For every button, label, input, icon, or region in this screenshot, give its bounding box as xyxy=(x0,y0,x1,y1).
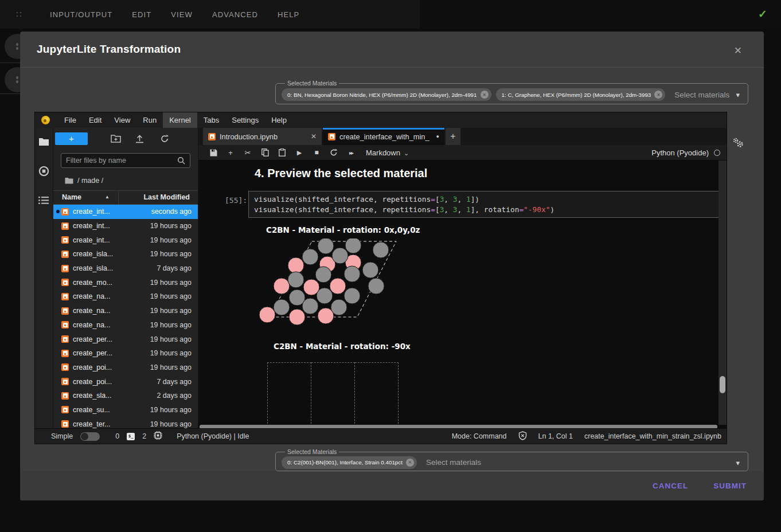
tab-label: Introduction.ipynb xyxy=(220,132,307,141)
cut-cells-icon[interactable]: ✂ xyxy=(243,148,252,157)
apps-grid-icon[interactable] xyxy=(15,10,24,19)
insert-cell-icon[interactable]: + xyxy=(226,148,235,157)
new-folder-icon[interactable] xyxy=(111,134,121,145)
file-browser-tab-icon[interactable] xyxy=(38,137,49,146)
notebook-tab[interactable]: create_interface_with_min_● xyxy=(323,128,444,145)
top-menu-item[interactable]: HELP xyxy=(278,10,299,19)
input-materials-select[interactable]: Selected Materials 0: BN, Hexagonal Boro… xyxy=(275,80,748,104)
settings-gears-icon[interactable] xyxy=(732,137,744,151)
file-row[interactable]: create_per...19 hours ago xyxy=(53,332,198,346)
file-filter-input[interactable] xyxy=(61,157,177,165)
code-cell[interactable]: visualize(shifted_interface, repetitions… xyxy=(248,191,719,218)
cancel-button[interactable]: CANCEL xyxy=(653,482,688,490)
chevron-down-icon[interactable]: ▾ xyxy=(736,91,740,99)
top-menu-item[interactable]: INPUT/OUTPUT xyxy=(50,10,112,19)
column-name[interactable]: Name xyxy=(62,193,81,201)
file-row[interactable]: create_na...19 hours ago xyxy=(53,318,198,332)
notebook-file-icon xyxy=(61,222,69,230)
chip-remove-icon[interactable]: ✕ xyxy=(406,459,414,467)
jupyter-menu-item[interactable]: Tabs xyxy=(197,112,225,128)
kernel-status-text[interactable]: Python (Pyodide) | Idle xyxy=(177,432,249,440)
jupyter-menu-item[interactable]: Help xyxy=(265,112,293,128)
simple-mode-toggle[interactable] xyxy=(80,432,100,441)
kernel-name[interactable]: Python (Pyodide) xyxy=(651,148,709,157)
breadcrumb[interactable]: / made / xyxy=(65,177,103,185)
file-row[interactable]: create_isla...7 days ago xyxy=(53,261,198,276)
save-icon[interactable] xyxy=(209,149,218,157)
file-name: create_mo... xyxy=(73,279,112,287)
jupyterlite-app: FileEditViewRunKernelTabsSettingsHelp xyxy=(34,112,727,444)
output-materials-select[interactable]: Selected Materials 0: C2(001)-BN(001), I… xyxy=(275,448,748,471)
upload-icon[interactable] xyxy=(135,134,144,146)
jupyter-menu-item[interactable]: Edit xyxy=(83,112,108,128)
running-sessions-icon[interactable] xyxy=(38,166,49,177)
notebook-file-icon xyxy=(61,363,69,371)
refresh-icon[interactable] xyxy=(160,134,169,146)
cursor-position[interactable]: Ln 1, Col 1 xyxy=(538,432,573,440)
kernel-status-icon[interactable] xyxy=(714,150,720,156)
tab-close-icon[interactable]: ✕ xyxy=(311,132,317,140)
kernel-chip-icon[interactable] xyxy=(154,431,162,441)
top-menu-item[interactable]: EDIT xyxy=(132,10,151,19)
copy-cells-icon[interactable] xyxy=(260,148,270,157)
file-row[interactable]: create_isla...19 hours ago xyxy=(53,247,198,261)
folder-icon xyxy=(65,177,73,184)
status-check-icon: ✓ xyxy=(758,7,767,21)
run-cell-icon[interactable]: ▶ xyxy=(295,149,304,157)
interrupt-kernel-icon[interactable]: ■ xyxy=(312,148,321,157)
file-row[interactable]: create_na...19 hours ago xyxy=(53,290,198,304)
kernels-count: 2 xyxy=(142,432,146,440)
submit-button[interactable]: SUBMIT xyxy=(713,482,747,490)
file-row[interactable]: create_na...19 hours ago xyxy=(53,304,198,318)
material-chip[interactable]: 0: BN, Hexagonal Boron Nitride, HEX (P6/… xyxy=(282,88,491,101)
scrollbar-thumb[interactable] xyxy=(720,376,725,393)
chip-remove-icon[interactable]: ✕ xyxy=(654,91,662,99)
dialog-header: JupyterLite Transformation ✕ xyxy=(20,32,764,68)
markdown-heading[interactable]: 4. Preview the selected material xyxy=(255,167,427,180)
top-menu-item[interactable]: ADVANCED xyxy=(212,10,258,19)
file-row[interactable]: create_mo...19 hours ago xyxy=(53,275,198,290)
plot1-title: C2BN - Material - rotation: 0x,0y,0z xyxy=(266,225,420,234)
restart-run-all-icon[interactable]: ▸▸ xyxy=(346,150,356,156)
code-line: visualize(shifted_interface, repetitions… xyxy=(254,194,713,205)
file-modified: 19 hours ago xyxy=(150,349,192,357)
file-row[interactable]: create_per...19 hours ago xyxy=(53,346,198,361)
file-row[interactable]: create_sla...2 days ago xyxy=(53,389,198,403)
notebook-tab[interactable]: Introduction.ipynb✕ xyxy=(203,128,322,145)
jupyter-menu-item[interactable]: Kernel xyxy=(163,112,197,128)
simple-mode-label: Simple xyxy=(51,432,73,440)
new-tab-button[interactable]: + xyxy=(446,128,460,145)
jupyter-menu-item[interactable]: Run xyxy=(136,112,163,128)
chevron-down-icon[interactable]: ▾ xyxy=(736,459,740,467)
chip-remove-icon[interactable]: ✕ xyxy=(481,91,489,99)
trust-shield-icon[interactable] xyxy=(518,431,527,442)
file-filter-box xyxy=(61,153,190,168)
file-name: create_int... xyxy=(73,222,110,230)
chevron-down-icon: ⌄ xyxy=(404,150,409,157)
jupyter-menu-item[interactable]: View xyxy=(108,112,136,128)
material-chip[interactable]: 0: C2(001)-BN(001), Interface, Strain 0.… xyxy=(282,456,417,469)
paste-cells-icon[interactable] xyxy=(278,148,287,157)
file-row[interactable]: create_poi...7 days ago xyxy=(53,374,198,389)
file-row[interactable]: create_int...19 hours ago xyxy=(53,219,198,233)
table-of-contents-icon[interactable] xyxy=(38,196,49,205)
file-row[interactable]: create_ter...19 hours ago xyxy=(53,417,198,429)
dialog-close-icon[interactable]: ✕ xyxy=(734,45,742,57)
restart-kernel-icon[interactable] xyxy=(329,148,338,157)
file-row[interactable]: create_int...19 hours ago xyxy=(53,233,198,247)
code-line: visualize(shifted_interface, repetitions… xyxy=(254,205,713,215)
vertical-scrollbar[interactable] xyxy=(718,161,727,425)
file-row[interactable]: create_int...seconds ago xyxy=(53,205,198,219)
terminal-icon[interactable]: $_ xyxy=(127,433,135,440)
top-menu: INPUT/OUTPUTEDITVIEWADVANCEDHELP xyxy=(50,10,299,19)
cell-type-select[interactable]: Markdown⌄ xyxy=(366,148,409,157)
notebook-mode[interactable]: Mode: Command xyxy=(452,432,507,440)
new-launcher-button[interactable]: + xyxy=(55,132,88,145)
column-last-modified[interactable]: Last Modified xyxy=(143,193,190,201)
file-row[interactable]: create_poi...19 hours ago xyxy=(53,361,198,375)
material-chip[interactable]: 1: C, Graphene, HEX (P6/mmm) 2D (Monolay… xyxy=(496,88,666,101)
file-row[interactable]: create_su...19 hours ago xyxy=(53,403,198,417)
jupyter-menu-item[interactable]: Settings xyxy=(225,112,265,128)
jupyter-menu-item[interactable]: File xyxy=(58,112,83,128)
top-menu-item[interactable]: VIEW xyxy=(171,10,193,19)
